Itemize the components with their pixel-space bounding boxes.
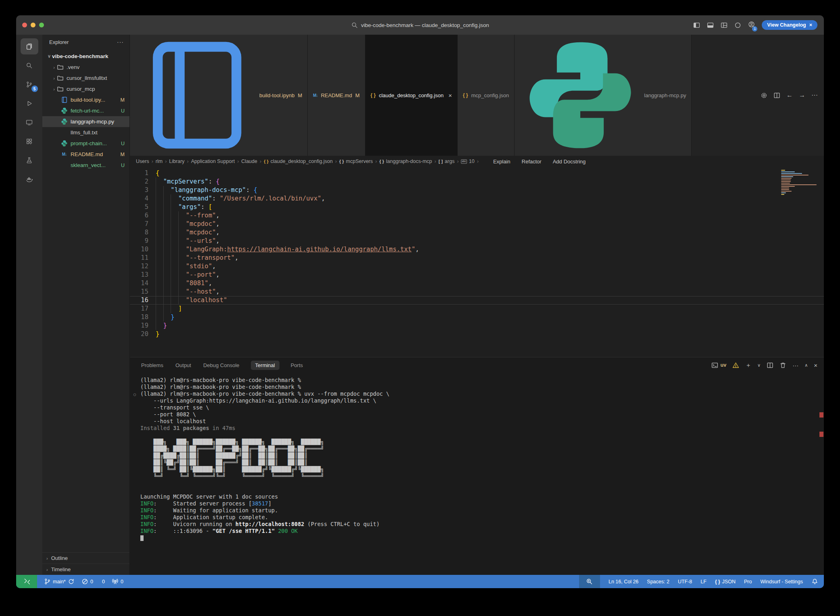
tree-item-llms-full-txt[interactable]: llms_full.txt xyxy=(42,127,129,138)
activity-item-source-control[interactable]: 5 xyxy=(21,76,38,92)
customize-layout-icon[interactable] xyxy=(721,22,727,29)
tree-root[interactable]: ∨vibe-code-benchmark xyxy=(42,51,129,62)
breadcrumb-item[interactable]: { }langgraph-docs-mcp xyxy=(379,159,432,164)
zoom-indicator[interactable] xyxy=(579,575,600,588)
tab-langgraph-mcp-py[interactable]: langgraph-mcp.py xyxy=(515,35,692,156)
zoom-window-button[interactable] xyxy=(39,23,44,27)
tree-item-build-tool-ipy-[interactable]: build-tool.ipy...M xyxy=(42,94,129,105)
sidebar-section-outline[interactable]: ›Outline xyxy=(42,552,129,564)
tree-item-sklearn-vect-[interactable]: sklearn_vect...U xyxy=(42,160,129,171)
code-line[interactable]: 7"mcpdoc", xyxy=(130,220,824,228)
status-language-mode[interactable]: { }JSON xyxy=(715,579,736,585)
code-line[interactable]: 14"8081", xyxy=(130,279,824,288)
status-git-branch[interactable]: main* xyxy=(44,578,75,585)
tab-readme-md[interactable]: M↓README.mdM xyxy=(308,35,365,156)
activity-item-extensions[interactable] xyxy=(21,133,38,149)
code-line[interactable]: 12"stdio", xyxy=(130,262,824,271)
status-windsurf-settings[interactable]: Windsurf - Settings xyxy=(760,579,803,585)
navigate-back-icon[interactable]: ← xyxy=(786,92,793,99)
activity-item-run-and-debug[interactable] xyxy=(21,95,38,111)
breadcrumb-item[interactable]: { }claude_desktop_config.json xyxy=(264,159,333,164)
activity-item-docker[interactable] xyxy=(21,171,38,187)
code-line[interactable]: 18} xyxy=(130,313,824,322)
panel-tab-debug-console[interactable]: Debug Console xyxy=(202,361,240,370)
action-explain[interactable]: Explain xyxy=(493,159,511,165)
code-editor[interactable]: 1{2"mcpServers": {3"langgraph-docs-mcp":… xyxy=(130,167,824,357)
code-line[interactable]: 19} xyxy=(130,322,824,330)
code-line[interactable]: 13"--port", xyxy=(130,271,824,279)
activity-item-search[interactable] xyxy=(21,57,38,73)
gear-icon[interactable] xyxy=(761,92,767,99)
code-line[interactable]: 16"localhost" xyxy=(130,296,824,305)
close-window-button[interactable] xyxy=(22,23,27,27)
status-pro-plan[interactable]: Pro xyxy=(744,579,752,585)
code-line[interactable]: 15"--host", xyxy=(130,288,824,296)
panel-tab-problems[interactable]: Problems xyxy=(140,361,164,370)
status-notifications[interactable] xyxy=(811,578,818,585)
panel-more-icon[interactable]: ··· xyxy=(792,362,798,369)
tree-item-cursor-llmsfulltxt[interactable]: ›cursor_llmsfulltxt xyxy=(42,73,129,84)
tab-mcp-config-json[interactable]: { }mcp_config.json xyxy=(458,35,515,156)
status-errors[interactable]: 0 xyxy=(81,578,93,585)
code-line[interactable]: 20} xyxy=(130,330,824,338)
status-cursor-position[interactable]: Ln 16, Col 26 xyxy=(609,579,638,585)
status-eol[interactable]: LF xyxy=(700,579,707,585)
view-changelog-button[interactable]: View Changelog × xyxy=(762,20,817,30)
toggle-panel-icon[interactable] xyxy=(707,22,714,29)
kill-terminal-icon[interactable] xyxy=(780,362,786,369)
new-terminal-icon[interactable]: ＋ xyxy=(745,361,751,369)
status-indentation[interactable]: Spaces: 2 xyxy=(647,579,669,585)
activity-item-explorer[interactable] xyxy=(21,38,38,54)
activity-item-remote-explorer[interactable] xyxy=(21,114,38,130)
breadcrumb-item[interactable]: Users xyxy=(136,159,149,164)
changelog-close-icon[interactable]: × xyxy=(809,22,812,28)
breadcrumb-item[interactable]: [ ]args xyxy=(438,159,454,164)
split-editor-icon[interactable] xyxy=(773,92,780,99)
code-line[interactable]: 1{ xyxy=(130,169,824,177)
cascade-icon[interactable] xyxy=(734,22,741,29)
remote-indicator[interactable] xyxy=(16,575,37,588)
code-line[interactable]: 4"command": "/Users/rlm/.local/bin/uvx", xyxy=(130,194,824,203)
terminal-profile-icon[interactable] xyxy=(711,362,718,369)
tree-item-readme-md[interactable]: M↓README.mdM xyxy=(42,149,129,160)
action-refactor[interactable]: Refactor xyxy=(522,159,542,165)
tree-item--venv[interactable]: ›.venv xyxy=(42,62,129,73)
code-line[interactable]: 3"langgraph-docs-mcp": { xyxy=(130,186,824,194)
breadcrumb-item[interactable]: Application Support xyxy=(191,159,235,164)
breadcrumb-item[interactable]: abc10 xyxy=(461,159,474,164)
status-warnings[interactable]: 0 xyxy=(100,579,105,585)
code-line[interactable]: 11"--transport", xyxy=(130,254,824,262)
code-line[interactable]: 6"--from", xyxy=(130,211,824,220)
terminal-dropdown-icon[interactable]: ∨ xyxy=(757,363,761,368)
tree-item-langgraph-mcp-py[interactable]: langgraph-mcp.py xyxy=(42,116,129,127)
close-panel-icon[interactable]: × xyxy=(814,362,817,369)
panel-tab-ports[interactable]: Ports xyxy=(290,361,304,370)
panel-tab-terminal[interactable]: Terminal xyxy=(251,361,279,370)
minimap[interactable] xyxy=(779,169,824,196)
status-ports[interactable]: 0 xyxy=(112,578,123,585)
status-encoding[interactable]: UTF-8 xyxy=(678,579,692,585)
action-add-docstring[interactable]: Add Docstring xyxy=(553,159,586,165)
tree-item-fetch-url-mc-[interactable]: fetch-url-mc...U xyxy=(42,105,129,116)
breadcrumb-item[interactable]: { }mcpServers xyxy=(339,159,373,164)
code-line[interactable]: 5"args": [ xyxy=(130,203,824,211)
tab-build-tool-ipynb[interactable]: build-tool.ipynbM xyxy=(130,35,308,156)
code-line[interactable]: 9"--urls", xyxy=(130,237,824,245)
breadcrumb-item[interactable]: rlm xyxy=(156,159,163,164)
close-tab-icon[interactable]: × xyxy=(448,92,452,99)
editor-more-icon[interactable]: ··· xyxy=(811,92,818,99)
activity-item-testing[interactable] xyxy=(21,152,38,168)
split-terminal-icon[interactable] xyxy=(767,362,773,369)
breadcrumb-item[interactable]: Library xyxy=(169,159,184,164)
command-decoration-icon[interactable]: ○ xyxy=(133,391,136,398)
tree-item-prompt-chain-[interactable]: prompt-chain...U xyxy=(42,138,129,149)
code-line[interactable]: 17] xyxy=(130,305,824,313)
navigate-forward-icon[interactable]: → xyxy=(799,92,805,99)
toggle-sidebar-icon[interactable] xyxy=(693,22,700,29)
tree-item-cursor-mcp[interactable]: ›cursor_mcp xyxy=(42,84,129,94)
sidebar-more-icon[interactable]: ··· xyxy=(117,39,124,45)
minimize-window-button[interactable] xyxy=(31,23,35,27)
panel-tab-output[interactable]: Output xyxy=(175,361,192,370)
tab-claude-desktop-config-json[interactable]: { }claude_desktop_config.json× xyxy=(365,35,458,156)
code-line[interactable]: 2"mcpServers": { xyxy=(130,177,824,186)
